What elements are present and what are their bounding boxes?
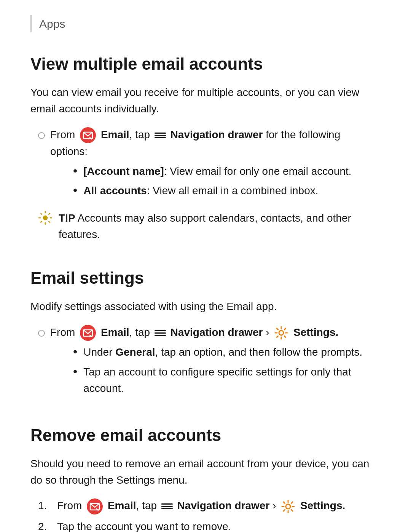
section-title-remove-accounts: Remove email accounts: [30, 423, 381, 448]
tip-row-view-multiple: TIP Accounts may also support calendars,…: [38, 210, 381, 243]
nav-drawer-label-2: Navigation drawer: [170, 326, 263, 338]
svg-point-27: [286, 504, 290, 509]
email-icon: [80, 127, 96, 143]
step-content-view-from: From Email, tap Nav: [50, 126, 381, 202]
settings-label-2: Settings.: [300, 500, 345, 511]
svg-line-35: [284, 510, 285, 511]
page-container: Apps View multiple email accounts You ca…: [0, 0, 411, 532]
tip-sunburst-icon: [38, 211, 53, 230]
number-1: 1.: [38, 497, 57, 514]
bullet-dot-4: •: [73, 364, 77, 380]
numbered-item-2: 2. Tap the account you want to remove.: [38, 518, 381, 532]
arrow-2: ›: [272, 500, 279, 511]
svg-rect-3: [45, 211, 46, 213]
tip-text-1: TIP Accounts may also support calendars,…: [59, 210, 381, 243]
step-content-remove-2: Tap the account you want to remove.: [57, 518, 381, 532]
sub-item-account-name-text: [Account name]: View email for only one …: [83, 163, 351, 179]
bullet-dot-1: •: [73, 163, 77, 179]
breadcrumb-text: Apps: [39, 15, 65, 32]
bullet-dot-3: •: [73, 344, 77, 360]
sub-item-specific-text: Tap an account to configure specific set…: [83, 364, 381, 397]
nav-drawer-label-3: Navigation drawer: [177, 500, 270, 511]
step-item-view-from: From Email, tap Nav: [38, 126, 381, 202]
tap-label-2: , tap: [129, 326, 153, 338]
from-label-2: From: [50, 326, 78, 338]
circle-bullet-icon-2: [38, 325, 45, 341]
nav-drawer-icon-3: [161, 502, 173, 511]
numbered-item-1: 1. From Email, tap N: [38, 497, 381, 514]
svg-line-34: [292, 502, 293, 503]
bullet-dot-2: •: [73, 182, 77, 198]
section-title-view-multiple: View multiple email accounts: [30, 51, 381, 77]
section-body-email-settings: Modify settings associated with using th…: [30, 298, 381, 315]
step-content-remove-1: From Email, tap Navigation drawer: [57, 497, 381, 514]
svg-point-25: [87, 498, 103, 514]
svg-line-23: [285, 328, 286, 330]
section-body-remove-accounts: Should you need to remove an email accou…: [30, 455, 381, 489]
email-label-2: Email: [101, 326, 129, 338]
svg-rect-7: [48, 212, 50, 215]
svg-point-2: [43, 215, 48, 220]
gear-icon-2: [281, 499, 295, 514]
email-label-1: Email: [101, 129, 129, 141]
svg-point-0: [80, 127, 96, 143]
tap-label-1: , tap: [129, 129, 153, 141]
sub-item-specific: • Tap an account to configure specific s…: [73, 364, 381, 397]
breadcrumb: Apps: [30, 15, 381, 32]
gear-icon-1: [274, 326, 288, 340]
sub-list-view-multiple: • [Account name]: View email for only on…: [73, 163, 381, 199]
sub-item-all-accounts: • All accounts: View all email in a comb…: [73, 182, 381, 199]
svg-rect-13: [40, 212, 42, 215]
nav-drawer-label-1: Navigation drawer: [170, 129, 263, 141]
svg-rect-11: [40, 220, 42, 223]
settings-label-1: Settings.: [293, 326, 338, 338]
sub-item-all-accounts-text: All accounts: View all email in a combin…: [83, 182, 318, 199]
step-content-settings: From Email, tap Navigation drawer: [50, 324, 381, 400]
svg-line-24: [277, 336, 278, 338]
sub-list-email-settings: • Under General, tap an option, and then…: [73, 344, 381, 396]
svg-rect-10: [45, 222, 46, 224]
arrow-1: ›: [266, 326, 272, 338]
nav-drawer-icon-1: [155, 131, 166, 140]
svg-rect-12: [38, 217, 41, 218]
svg-line-21: [277, 328, 278, 330]
section-title-email-settings: Email settings: [30, 265, 381, 291]
svg-point-14: [80, 325, 96, 341]
step-item-settings-from: From Email, tap Navigation drawer: [38, 324, 381, 400]
tap-label-3: , tap: [136, 500, 160, 511]
from-label-3: From: [57, 500, 85, 511]
sub-item-general-text: Under General, tap an option, and then f…: [83, 344, 362, 360]
email-icon-2: [80, 325, 96, 341]
svg-rect-8: [50, 217, 52, 218]
step-list-view-multiple: From Email, tap Nav: [38, 126, 381, 202]
step-list-email-settings: From Email, tap Navigation drawer: [38, 324, 381, 400]
circle-bullet-icon: [38, 127, 45, 144]
from-label: From: [50, 129, 78, 141]
svg-point-16: [279, 331, 284, 335]
sub-item-account-name: • [Account name]: View email for only on…: [73, 163, 381, 179]
svg-line-33: [292, 510, 293, 511]
email-icon-3: [87, 498, 103, 514]
numbered-list-remove: 1. From Email, tap N: [38, 497, 381, 532]
sub-item-general: • Under General, tap an option, and then…: [73, 344, 381, 360]
number-2: 2.: [38, 518, 57, 532]
section-body-view-multiple: You can view email you receive for multi…: [30, 84, 381, 117]
email-label-3: Email: [108, 500, 136, 511]
nav-drawer-icon-2: [155, 328, 166, 337]
svg-line-22: [285, 336, 286, 338]
svg-rect-9: [48, 220, 50, 223]
svg-line-32: [284, 502, 285, 503]
